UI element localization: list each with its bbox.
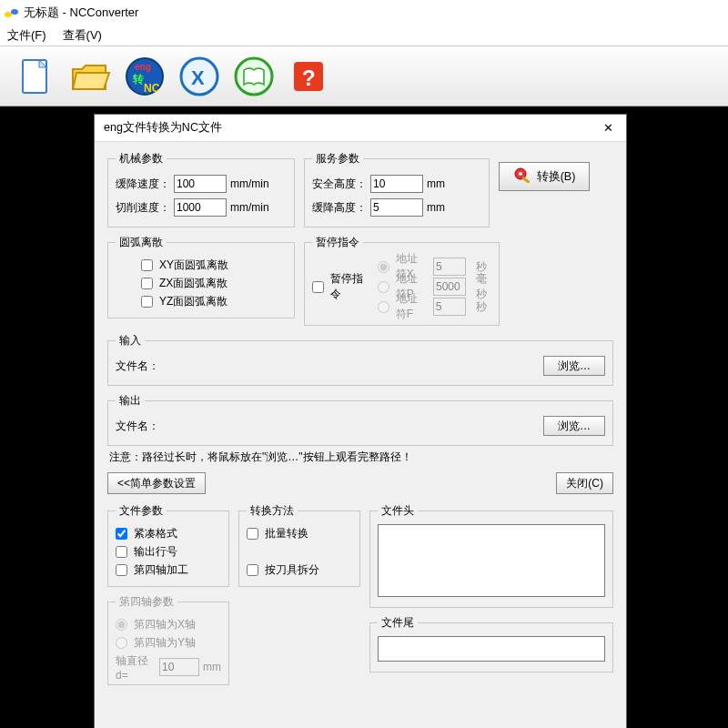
cut-speed-input[interactable] <box>174 198 227 217</box>
toolbar-engnc-icon[interactable]: eng转NC <box>122 54 167 99</box>
input-legend: 输入 <box>116 333 145 349</box>
pause-addrp-input <box>433 278 466 296</box>
axis4-params-legend: 第四轴参数 <box>116 594 177 610</box>
svg-text:?: ? <box>302 66 316 90</box>
input-browse-button[interactable]: 浏览… <box>543 356 605 376</box>
cut-speed-unit: mm/min <box>230 201 265 214</box>
axis4-asx-radio <box>116 619 127 631</box>
menubar: 文件(F) 查看(V) <box>0 25 728 46</box>
svg-point-0 <box>5 12 12 17</box>
file-head-group: 文件头 <box>369 503 613 608</box>
convert-button-label: 转换(B) <box>537 169 576 185</box>
file-tail-group: 文件尾 <box>369 615 613 672</box>
arc-yz-check[interactable] <box>141 296 153 308</box>
pause-addrf-radio <box>378 301 389 313</box>
close-button[interactable]: 关闭(C) <box>556 472 613 494</box>
mech-legend: 机械参数 <box>116 151 167 167</box>
down-height-input[interactable] <box>370 198 423 217</box>
arc-discrete-group: 圆弧离散 XY面圆弧离散 ZX面圆弧离散 YZ面圆弧离散 <box>107 235 295 318</box>
batch-check[interactable] <box>247 528 258 540</box>
compact-check[interactable] <box>116 528 127 540</box>
window-titlebar: 无标题 - NCConverter <box>0 0 728 25</box>
pause-legend: 暂停指令 <box>312 235 363 250</box>
output-browse-button[interactable]: 浏览… <box>543 416 605 436</box>
toolbar-excel-icon[interactable]: X <box>177 54 222 99</box>
file-head-legend: 文件头 <box>378 503 418 519</box>
toolbar: eng转NC X ? <box>0 46 728 106</box>
method-legend: 转换方法 <box>247 503 298 519</box>
menu-view[interactable]: 查看(V) <box>63 27 102 44</box>
toolbar-new-icon[interactable] <box>13 54 58 99</box>
axis4-asy-label: 第四轴为Y轴 <box>134 635 196 651</box>
axis4-diam-label: 轴直径d= <box>116 653 156 682</box>
slow-speed-unit: mm/min <box>230 177 265 190</box>
axis4-asy-radio <box>116 637 127 649</box>
output-fname-label: 文件名： <box>116 419 159 434</box>
method-group: 转换方法 批量转换 按刀具拆分 <box>238 503 360 587</box>
file-params-legend: 文件参数 <box>116 503 167 519</box>
axis4-asx-label: 第四轴为X轴 <box>134 617 196 632</box>
axis4-params-group: 第四轴参数 第四轴为X轴 第四轴为Y轴 轴直径d=mm <box>107 594 229 685</box>
svg-point-15 <box>519 172 522 176</box>
mech-params-group: 机械参数 缓降速度： mm/min 切削速度： mm/min <box>107 151 295 228</box>
file-head-textarea[interactable] <box>378 524 605 597</box>
compact-label: 紧凑格式 <box>134 526 177 541</box>
convert-dialog: eng文件转换为NC文件 ✕ 机械参数 缓降速度： mm/min 切削速度： <box>94 114 627 728</box>
gear-icon <box>513 167 533 187</box>
menu-file[interactable]: 文件(F) <box>7 27 46 44</box>
down-height-label: 缓降高度： <box>312 200 367 216</box>
input-group: 输入 文件名： 浏览… <box>107 333 613 386</box>
axis4-diam-input <box>159 658 199 676</box>
svg-text:eng: eng <box>135 62 151 72</box>
pause-enable-check[interactable] <box>312 281 324 293</box>
toolbar-open-icon[interactable] <box>67 54 113 99</box>
pause-addrf-input <box>433 298 466 316</box>
safe-height-input[interactable] <box>370 175 423 193</box>
svg-point-1 <box>11 9 18 15</box>
workspace-area: eng文件转换为NC文件 ✕ 机械参数 缓降速度： mm/min 切削速度： <box>0 106 728 728</box>
lineno-label: 输出行号 <box>134 544 177 560</box>
arc-xy-label: XY面圆弧离散 <box>159 258 228 273</box>
pause-enable-label: 暂停指令 <box>330 271 367 302</box>
toolbar-help-icon[interactable]: ? <box>286 54 331 99</box>
svg-text:NC: NC <box>144 82 160 95</box>
cut-speed-label: 切削速度： <box>116 200 170 216</box>
convert-button[interactable]: 转换(B) <box>499 162 590 191</box>
arc-yz-label: YZ面圆弧离散 <box>159 294 228 309</box>
dialog-body: 机械参数 缓降速度： mm/min 切削速度： mm/min <box>95 142 626 728</box>
slow-speed-input[interactable] <box>174 175 227 193</box>
bytool-label: 按刀具拆分 <box>265 562 319 578</box>
lineno-check[interactable] <box>116 546 127 558</box>
down-height-unit: mm <box>427 201 445 214</box>
output-legend: 输出 <box>116 393 145 409</box>
svg-text:转: 转 <box>132 73 144 86</box>
notice-text: 注意：路径过长时，将鼠标放在"浏览…"按钮上观看完整路径！ <box>107 446 613 470</box>
bytool-check[interactable] <box>247 564 258 576</box>
svg-rect-16 <box>521 177 530 184</box>
svg-text:X: X <box>191 66 205 89</box>
app-icon <box>4 6 20 19</box>
arc-zx-check[interactable] <box>141 278 153 289</box>
arc-xy-check[interactable] <box>141 259 153 271</box>
pause-addrf-unit: 秒 <box>476 299 491 315</box>
output-group: 输出 文件名： 浏览… <box>107 393 613 446</box>
pause-group: 暂停指令 暂停指令 地址符X 秒 地址符P 毫秒 地址符F 秒 <box>304 235 500 326</box>
dialog-titlebar: eng文件转换为NC文件 ✕ <box>95 115 626 142</box>
pause-addrf-label: 地址符F <box>396 291 423 322</box>
serv-params-group: 服务参数 安全高度： mm 缓降高度： mm <box>304 151 490 228</box>
dialog-title: eng文件转换为NC文件 <box>104 120 222 136</box>
pause-addrx-input <box>433 258 466 276</box>
toolbar-book-icon[interactable] <box>231 54 277 99</box>
safe-height-label: 安全高度： <box>312 177 367 192</box>
slow-speed-label: 缓降速度： <box>116 177 170 192</box>
pause-addrp-radio <box>378 281 389 293</box>
input-fname-label: 文件名： <box>116 359 159 374</box>
file-tail-legend: 文件尾 <box>378 615 418 631</box>
window-title: 无标题 - NCConverter <box>24 5 138 21</box>
simple-params-button[interactable]: <<简单参数设置 <box>107 472 206 494</box>
file-tail-textarea[interactable] <box>378 636 605 662</box>
axis4-diam-unit: mm <box>203 661 221 673</box>
axis4-check[interactable] <box>116 564 127 576</box>
close-icon[interactable]: ✕ <box>597 120 619 136</box>
batch-label: 批量转换 <box>265 526 308 541</box>
